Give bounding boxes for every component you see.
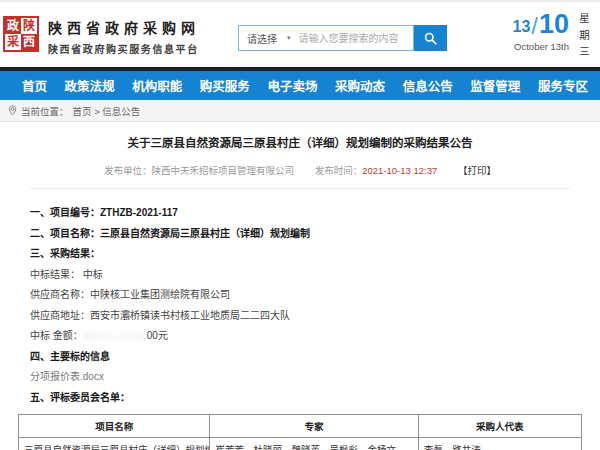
chevron-down-icon: ▾: [287, 34, 291, 42]
table-header-row: 项目名称 专家 采购人代表: [19, 414, 582, 437]
date-day: 13: [512, 19, 530, 38]
evaluation-committee-heading: 五、评标委员会名单：: [30, 391, 570, 404]
breadcrumb-path[interactable]: 首页 > 信息公告: [73, 104, 141, 118]
breadcrumb: 当前位置： 首页 > 信息公告: [0, 100, 600, 122]
logo-char: 陕: [21, 18, 37, 34]
bid-amount-line: 中标 金额：00元: [30, 329, 570, 342]
attachment-link[interactable]: 分项报价表.docx: [30, 370, 570, 383]
announcement-body: 一、项目编号：ZTHZB-2021-117 二、项目名称：三原县自然资源局三原县…: [30, 206, 570, 404]
breadcrumb-label: 当前位置：: [21, 104, 69, 118]
nav-item-procurement-news[interactable]: 采购动态: [335, 76, 385, 95]
main-nav: 首页 政策法规 机构职能 购买服务 电子卖场 采购动态 信息公告 监督管理 服务…: [0, 71, 600, 100]
date-slash: /: [531, 14, 538, 38]
col-header-project-name: 项目名称: [19, 414, 210, 437]
bid-amount-label: 中标 金额：: [30, 330, 83, 341]
col-header-experts: 专家: [210, 414, 418, 437]
cell-project-name: 三原县自然资源局三原县村庄（详细）规划编制: [19, 437, 210, 450]
date-month: 10: [539, 11, 569, 38]
site-subtitle: 陕西省政府购买服务信息平台: [48, 41, 200, 56]
publish-time-value: 2021-10-13 12:37: [362, 165, 437, 176]
site-title: 陕西省政府采购网: [48, 17, 200, 37]
meta-divider: [30, 188, 570, 189]
announcement-article: 关于三原县自然资源局三原县村庄（详细）规划编制的采购结果公告 发布单位：陕西中天…: [0, 122, 600, 450]
project-number-line: 一、项目编号：ZTHZB-2021-117: [30, 206, 570, 219]
nav-item-announcements[interactable]: 信息公告: [403, 76, 453, 95]
supplier-address-line: 供应商地址：西安市灞桥镇读书村核工业地质局二二四大队: [30, 309, 570, 322]
nav-item-functions[interactable]: 机构职能: [132, 76, 182, 95]
evaluation-committee-table: 项目名称 专家 采购人代表 三原县自然资源局三原县村庄（详细）规划编制 崔芳芳、…: [18, 414, 582, 450]
publisher-label: 发布单位：: [104, 165, 152, 176]
search-category-label: 请选择: [247, 31, 277, 46]
table-row: 三原县自然资源局三原县村庄（详细）规划编制 崔芳芳、杜晓丽、魏晓英、吴枫彩、余杨…: [19, 437, 582, 450]
procurement-result-heading: 三、采购结果：: [30, 247, 570, 260]
project-name-line: 二、项目名称：三原县自然资源局三原县村庄（详细）规划编制: [30, 227, 570, 240]
col-header-purchaser-rep: 采购人代表: [418, 414, 581, 437]
bid-result-line: 中标结果： 中标: [30, 268, 570, 281]
subject-info-heading: 四、主要标的信息: [30, 350, 570, 363]
cell-purchaser-rep: 李磊、路井涛: [418, 437, 581, 450]
redacted-amount: [83, 332, 145, 341]
announcement-title: 关于三原县自然资源局三原县村庄（详细）规划编制的采购结果公告: [30, 135, 570, 151]
site-header: 政 陕 采 西 陕西省政府采购网 陕西省政府购买服务信息平台 请选择 ▾: [0, 0, 600, 67]
nav-item-e-marketplace[interactable]: 电子卖场: [267, 76, 317, 95]
nav-item-service-zone[interactable]: 服务专区: [538, 76, 588, 95]
publish-time-label: 发布时间：: [315, 165, 363, 176]
search-button[interactable]: [414, 25, 447, 51]
announcement-meta: 发布单位：陕西中天禾招标项目管理有限公司 发布时间：2021-10-13 12:…: [30, 163, 570, 177]
logo-char: 西: [21, 34, 37, 50]
publisher: 发布单位：陕西中天禾招标项目管理有限公司: [104, 165, 294, 176]
site-brand: 陕西省政府采购网 陕西省政府购买服务信息平台: [48, 17, 200, 56]
publish-time: 发布时间：2021-10-13 12:37: [315, 165, 438, 176]
page: 政 陕 采 西 陕西省政府采购网 陕西省政府购买服务信息平台 请选择 ▾: [0, 0, 600, 450]
logo-char: 政: [5, 18, 21, 34]
location-pin-icon: [8, 105, 17, 116]
cell-experts: 崔芳芳、杜晓丽、魏晓英、吴枫彩、余杨文: [210, 437, 418, 450]
search-category-select[interactable]: 请选择 ▾: [239, 31, 299, 46]
date-widget: 13 / 10 October 13th 星期三: [512, 11, 592, 63]
supplier-name-line: 供应商名称：中陕核工业集团测绘院有限公司: [30, 288, 570, 301]
logo-char: 采: [5, 34, 21, 50]
search-box: 请选择 ▾: [238, 25, 414, 51]
print-button[interactable]: 【打印】: [458, 165, 496, 176]
date-weekday: 星期三: [577, 11, 592, 63]
search-icon: [424, 32, 437, 45]
search-bar: 请选择 ▾: [238, 25, 447, 51]
bid-amount-suffix: 00元: [147, 330, 168, 341]
nav-item-home[interactable]: 首页: [22, 76, 47, 95]
publisher-name: 陕西中天禾招标项目管理有限公司: [152, 165, 295, 176]
date-numbers: 13 / 10 October 13th: [512, 11, 569, 52]
nav-item-purchase-services[interactable]: 购买服务: [200, 76, 250, 95]
nav-item-supervision[interactable]: 监督管理: [470, 76, 520, 95]
search-input[interactable]: [299, 33, 413, 44]
site-logo-seal: 政 陕 采 西: [3, 16, 39, 52]
nav-item-policies[interactable]: 政策法规: [65, 76, 115, 95]
date-english: October 13th: [512, 41, 569, 52]
